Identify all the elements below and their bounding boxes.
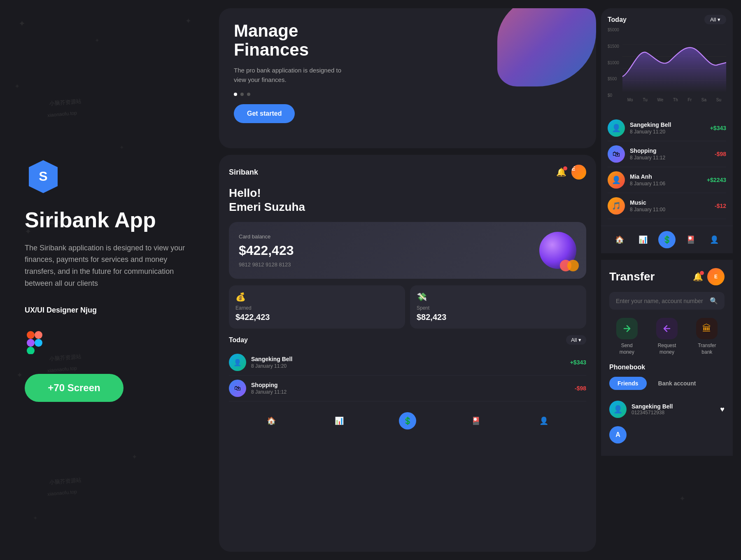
search-icon: 🔍 bbox=[710, 297, 718, 305]
app-description: The Siribank application is designed to … bbox=[25, 242, 189, 289]
trans-name-1: Shopping bbox=[251, 382, 570, 388]
y-label-0: $5000 bbox=[608, 28, 619, 32]
today-header: Today All ▾ bbox=[229, 335, 586, 345]
y-label-2: $1000 bbox=[608, 61, 619, 65]
right-trans-date-1: 8 January 11:12 bbox=[630, 155, 710, 161]
today-section: Today All ▾ 👤 Sangeking Bell 8 January 1… bbox=[229, 335, 586, 401]
earned-amount: $422,423 bbox=[235, 313, 398, 322]
dot-1[interactable] bbox=[234, 93, 237, 96]
x-label-su: Su bbox=[716, 98, 721, 102]
today-title: Today bbox=[229, 336, 248, 344]
svg-rect-4 bbox=[27, 339, 35, 347]
svg-text:S: S bbox=[39, 169, 47, 184]
phonebook-tab-friends[interactable]: Friends bbox=[609, 377, 647, 390]
contact-avatar-0: 👤 bbox=[609, 401, 627, 418]
nav-chart[interactable]: 📊 bbox=[331, 412, 348, 429]
y-label-1: $1500 bbox=[608, 44, 619, 49]
right-nav-home[interactable]: 🏠 bbox=[611, 231, 628, 248]
trans-avatar-shopping: 🛍 bbox=[229, 380, 246, 397]
dot-3[interactable] bbox=[247, 93, 250, 96]
right-trans-2: 👤 Mia Anh 8 January 11:06 +$2243 bbox=[608, 167, 726, 193]
logo-hexagon: S bbox=[25, 158, 62, 195]
card-balance-label: Card balance bbox=[239, 233, 294, 240]
contact-name-0: Sangeking Bell bbox=[631, 403, 715, 410]
phonebook-title: Phonebook bbox=[609, 364, 725, 371]
transfer-panel: Transfer 🔔 E 🔍 bbox=[601, 260, 733, 456]
right-transactions-panel: 👤 Sangeking Bell 8 January 11:20 +$343 🛍… bbox=[601, 109, 733, 226]
heart-icon[interactable]: ♥ bbox=[720, 405, 725, 414]
right-stack: Today All ▾ $5000 $1500 $1000 $500 $0 bbox=[601, 0, 741, 560]
earned-label: Earned bbox=[235, 305, 398, 311]
greeting-text: Hello! Emeri Suzuha bbox=[229, 186, 586, 214]
transfer-header: Transfer 🔔 E bbox=[609, 268, 725, 285]
trans-amount-0: +$343 bbox=[570, 359, 586, 366]
nav-dollar[interactable]: 💲 bbox=[399, 412, 416, 429]
spent-label: Spent bbox=[417, 305, 580, 311]
all-filter-badge[interactable]: All ▾ bbox=[566, 335, 586, 345]
intro-phone-card: Manage Finances The pro bank application… bbox=[219, 8, 596, 148]
svg-rect-6 bbox=[27, 347, 35, 354]
chart-all-filter[interactable]: All ▾ bbox=[704, 15, 726, 24]
chart-title: Today bbox=[608, 16, 627, 23]
transfer-search-input[interactable] bbox=[616, 298, 706, 304]
y-label-4: $0 bbox=[608, 93, 619, 98]
phone-header: Siribank 🔔 E bbox=[229, 165, 586, 180]
transfer-notification-dot bbox=[700, 271, 704, 275]
chart-y-labels: $5000 $1500 $1000 $500 $0 bbox=[608, 28, 622, 98]
screen-count-button[interactable]: +70 Screen bbox=[25, 374, 124, 402]
trans-date-0: 8 January 11:20 bbox=[251, 363, 565, 369]
right-trans-name-1: Shopping bbox=[630, 147, 710, 154]
notification-bell-wrap: 🔔 bbox=[556, 167, 566, 177]
spent-stat: 💸 Spent $82,423 bbox=[410, 285, 586, 329]
phonebook-section: Phonebook Friends Bank account 👤 Sangeki… bbox=[609, 364, 725, 448]
right-trans-amount-3: -$12 bbox=[715, 203, 726, 209]
intro-description: The pro bank application is designed to … bbox=[234, 66, 349, 84]
send-money-action[interactable]: Send money bbox=[609, 318, 644, 355]
right-trans-avatar-0: 👤 bbox=[608, 119, 625, 137]
user-avatar-header[interactable]: E bbox=[571, 165, 586, 180]
right-nav-card[interactable]: 🎴 bbox=[682, 231, 699, 248]
request-money-action[interactable]: Request money bbox=[649, 318, 684, 355]
get-started-button[interactable]: Get started bbox=[234, 104, 295, 123]
carousel-dots bbox=[234, 93, 581, 96]
request-money-icon bbox=[656, 318, 678, 339]
search-input-wrap[interactable]: 🔍 bbox=[609, 292, 725, 310]
transfer-bank-action[interactable]: 🏛 Transfer bank bbox=[690, 318, 725, 355]
x-label-we: We bbox=[657, 98, 663, 102]
contact-initial-avatar: A bbox=[609, 426, 627, 443]
transfer-avatar[interactable]: E bbox=[707, 268, 725, 285]
transaction-item: 👤 Sangeking Bell 8 January 11:20 +$343 bbox=[229, 350, 586, 376]
card-balance-card: Card balance $422,423 9812 9812 9128 812… bbox=[229, 222, 586, 279]
dot-2[interactable] bbox=[240, 93, 244, 96]
trans-date-1: 8 January 11:12 bbox=[251, 389, 570, 395]
phonebook-tab-bank[interactable]: Bank account bbox=[650, 377, 704, 390]
right-panel-bottom-nav: 🏠 📊 💲 🎴 👤 bbox=[601, 226, 733, 253]
right-nav-chart[interactable]: 📊 bbox=[634, 231, 652, 248]
y-label-3: $500 bbox=[608, 77, 619, 81]
right-nav-dollar[interactable]: 💲 bbox=[658, 231, 676, 248]
x-label-sa: Sa bbox=[701, 98, 706, 102]
chart-x-labels: Mo Tu We Th Fr Sa Su bbox=[622, 98, 726, 102]
right-nav-profile[interactable]: 👤 bbox=[706, 231, 723, 248]
svg-rect-3 bbox=[35, 331, 42, 339]
nav-profile[interactable]: 👤 bbox=[535, 412, 552, 429]
transfer-bank-label: Transfer bank bbox=[698, 343, 716, 355]
chart-panel: Today All ▾ $5000 $1500 $1000 $500 $0 bbox=[601, 8, 733, 109]
right-trans-amount-0: +$343 bbox=[710, 125, 726, 131]
right-trans-date-2: 8 January 11:06 bbox=[630, 181, 702, 187]
earned-icon: 💰 bbox=[235, 292, 398, 302]
transfer-bell-wrap: 🔔 bbox=[693, 272, 703, 282]
transfer-bank-icon: 🏛 bbox=[696, 318, 718, 339]
middle-area: Manage Finances The pro bank application… bbox=[214, 0, 601, 560]
right-trans-avatar-3: 🎵 bbox=[608, 197, 625, 215]
figma-icon bbox=[25, 331, 44, 354]
phone-header-icons: 🔔 E bbox=[556, 165, 586, 180]
chart-svg bbox=[622, 28, 726, 98]
right-trans-0: 👤 Sangeking Bell 8 January 11:20 +$343 bbox=[608, 115, 726, 141]
nav-card[interactable]: 🎴 bbox=[467, 412, 485, 429]
right-trans-avatar-1: 🛍 bbox=[608, 145, 625, 163]
svg-point-5 bbox=[35, 339, 42, 347]
send-money-icon bbox=[616, 318, 638, 339]
intro-heading: Manage Finances bbox=[234, 21, 581, 59]
nav-home[interactable]: 🏠 bbox=[263, 412, 280, 429]
